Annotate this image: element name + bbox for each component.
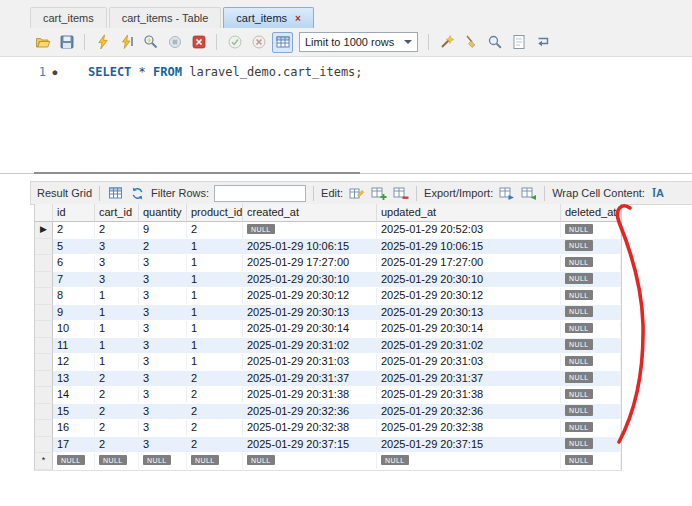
- corner-header[interactable]: [35, 204, 53, 222]
- cell-deleted_at[interactable]: NULL: [561, 239, 621, 255]
- result-grid-view-button[interactable]: [107, 185, 124, 202]
- cell-product_id[interactable]: NULL: [187, 453, 243, 469]
- invisible-chars-toggle[interactable]: [508, 32, 529, 53]
- delete-record-button[interactable]: [392, 185, 409, 202]
- refresh-button[interactable]: [129, 185, 146, 202]
- cell-updated_at[interactable]: NULL: [377, 453, 561, 469]
- execute-button[interactable]: [92, 32, 113, 53]
- row-marker[interactable]: [35, 371, 53, 388]
- cell-cart_id[interactable]: 3: [95, 272, 139, 288]
- cell-deleted_at[interactable]: NULL: [561, 453, 621, 469]
- cell-deleted_at[interactable]: NULL: [561, 354, 621, 370]
- cell-quantity[interactable]: 3: [139, 272, 187, 288]
- save-button[interactable]: [56, 32, 77, 53]
- new-row-marker[interactable]: *: [35, 453, 53, 470]
- column-header-id[interactable]: id: [53, 204, 95, 222]
- cell-id[interactable]: 13: [53, 371, 95, 387]
- cell-deleted_at[interactable]: NULL: [561, 321, 621, 337]
- cell-quantity[interactable]: 2: [139, 239, 187, 255]
- cell-cart_id[interactable]: 2: [95, 404, 139, 420]
- row-marker[interactable]: [35, 338, 53, 355]
- cell-quantity[interactable]: 3: [139, 420, 187, 436]
- cell-deleted_at[interactable]: NULL: [561, 420, 621, 436]
- cell-updated_at[interactable]: 2025-01-29 17:27:00: [377, 255, 561, 271]
- cell-id[interactable]: 8: [53, 288, 95, 304]
- row-marker[interactable]: [35, 420, 53, 437]
- rollback-button[interactable]: [248, 32, 269, 53]
- cell-cart_id[interactable]: 1: [95, 321, 139, 337]
- cell-cart_id[interactable]: 3: [95, 239, 139, 255]
- row-marker[interactable]: [35, 288, 53, 305]
- cell-deleted_at[interactable]: NULL: [561, 338, 621, 354]
- cell-id[interactable]: 14: [53, 387, 95, 403]
- cell-id[interactable]: 5: [53, 239, 95, 255]
- cell-quantity[interactable]: 3: [139, 305, 187, 321]
- cell-product_id[interactable]: 2: [187, 222, 243, 238]
- cell-created_at[interactable]: 2025-01-29 20:32:38: [243, 420, 377, 436]
- cell-quantity[interactable]: 3: [139, 371, 187, 387]
- cell-created_at[interactable]: NULL: [243, 222, 377, 238]
- tab-cart-items-query[interactable]: cart_items ×: [223, 7, 314, 28]
- cell-quantity[interactable]: 3: [139, 288, 187, 304]
- cell-product_id[interactable]: 1: [187, 239, 243, 255]
- row-marker[interactable]: ▶: [35, 222, 53, 239]
- cell-created_at[interactable]: 2025-01-29 20:32:36: [243, 404, 377, 420]
- cell-cart_id[interactable]: 2: [95, 420, 139, 436]
- cell-updated_at[interactable]: 2025-01-29 20:30:10: [377, 272, 561, 288]
- cell-id[interactable]: 11: [53, 338, 95, 354]
- cell-created_at[interactable]: 2025-01-29 20:30:13: [243, 305, 377, 321]
- row-marker[interactable]: [35, 437, 53, 454]
- cell-updated_at[interactable]: 2025-01-29 20:37:15: [377, 437, 561, 453]
- splitter-grip[interactable]: [34, 172, 360, 174]
- cell-updated_at[interactable]: 2025-01-29 10:06:15: [377, 239, 561, 255]
- cell-deleted_at[interactable]: NULL: [561, 387, 621, 403]
- limit-rows-dropdown[interactable]: Limit to 1000 rows: [299, 32, 418, 52]
- cell-cart_id[interactable]: 1: [95, 288, 139, 304]
- cell-updated_at[interactable]: 2025-01-29 20:31:03: [377, 354, 561, 370]
- cell-created_at[interactable]: NULL: [243, 453, 377, 469]
- column-header-created_at[interactable]: created_at: [243, 204, 377, 222]
- find-button[interactable]: [484, 32, 505, 53]
- cell-deleted_at[interactable]: NULL: [561, 288, 621, 304]
- cell-id[interactable]: 10: [53, 321, 95, 337]
- cell-quantity[interactable]: 3: [139, 437, 187, 453]
- cell-deleted_at[interactable]: NULL: [561, 272, 621, 288]
- tab-cart-items-table[interactable]: cart_items - Table: [109, 7, 222, 28]
- cell-cart_id[interactable]: 1: [95, 305, 139, 321]
- cell-updated_at[interactable]: 2025-01-29 20:30:14: [377, 321, 561, 337]
- cell-id[interactable]: 15: [53, 404, 95, 420]
- filter-rows-input[interactable]: [214, 185, 306, 202]
- cell-product_id[interactable]: 1: [187, 354, 243, 370]
- cell-id[interactable]: 7: [53, 272, 95, 288]
- open-script-button[interactable]: [32, 32, 53, 53]
- wrap-text-toggle[interactable]: [532, 32, 553, 53]
- cell-created_at[interactable]: 2025-01-29 20:31:38: [243, 387, 377, 403]
- cell-cart_id[interactable]: 3: [95, 255, 139, 271]
- stop-button[interactable]: [164, 32, 185, 53]
- cell-id[interactable]: 2: [53, 222, 95, 238]
- cell-cart_id[interactable]: 1: [95, 338, 139, 354]
- column-header-quantity[interactable]: quantity: [139, 204, 187, 222]
- cell-product_id[interactable]: 1: [187, 272, 243, 288]
- row-marker[interactable]: [35, 387, 53, 404]
- cell-id[interactable]: 12: [53, 354, 95, 370]
- cell-updated_at[interactable]: 2025-01-29 20:32:38: [377, 420, 561, 436]
- import-button[interactable]: [520, 185, 537, 202]
- stop-on-error-toggle[interactable]: [188, 32, 209, 53]
- cell-deleted_at[interactable]: NULL: [561, 222, 621, 238]
- close-tab-icon[interactable]: ×: [295, 13, 301, 24]
- cell-cart_id[interactable]: 2: [95, 387, 139, 403]
- cell-id[interactable]: 9: [53, 305, 95, 321]
- row-marker[interactable]: [35, 272, 53, 289]
- column-header-cart_id[interactable]: cart_id: [95, 204, 139, 222]
- cell-product_id[interactable]: 1: [187, 255, 243, 271]
- cell-deleted_at[interactable]: NULL: [561, 404, 621, 420]
- cell-product_id[interactable]: 2: [187, 420, 243, 436]
- column-header-updated_at[interactable]: updated_at: [377, 204, 561, 222]
- cell-product_id[interactable]: 1: [187, 338, 243, 354]
- cell-deleted_at[interactable]: NULL: [561, 437, 621, 453]
- cell-created_at[interactable]: 2025-01-29 20:31:02: [243, 338, 377, 354]
- cell-quantity[interactable]: NULL: [139, 453, 187, 469]
- row-marker[interactable]: [35, 321, 53, 338]
- cell-updated_at[interactable]: 2025-01-29 20:31:37: [377, 371, 561, 387]
